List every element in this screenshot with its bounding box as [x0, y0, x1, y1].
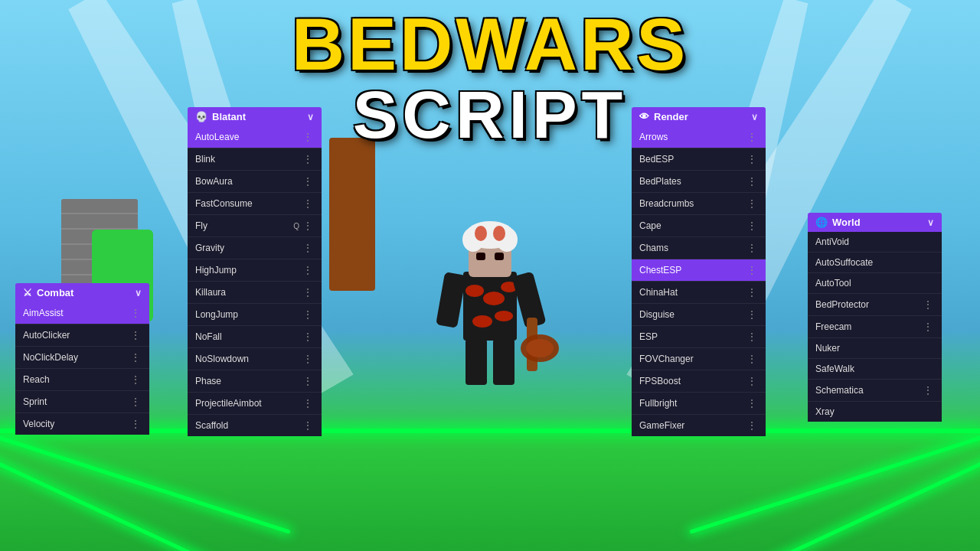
item-dots-icon[interactable]: ⋮: [746, 197, 758, 210]
menu-item[interactable]: FastConsume⋮: [188, 193, 322, 215]
item-dots-icon[interactable]: ⋮: [746, 331, 758, 343]
menu-item[interactable]: ProjectileAimbot⋮: [188, 393, 322, 415]
menu-item[interactable]: FlyQ⋮: [188, 215, 322, 237]
menu-item[interactable]: BedESP⋮: [632, 148, 766, 171]
combat-header[interactable]: ⚔ Combat ∨: [15, 283, 149, 302]
menu-item[interactable]: Velocity⋮: [15, 413, 149, 435]
menu-item[interactable]: AutoLeave⋮: [188, 126, 322, 148]
menu-item[interactable]: Blink⋮: [188, 148, 322, 171]
item-dots-icon[interactable]: ⋮: [302, 375, 314, 387]
blatant-header[interactable]: 💀 Blatant ∨: [188, 107, 322, 126]
item-dots-icon[interactable]: ⋮: [130, 329, 142, 341]
menu-item[interactable]: AutoSuffocate: [808, 253, 942, 273]
item-dots-icon[interactable]: ⋮: [746, 375, 758, 387]
world-header[interactable]: 🌐 World ∨: [808, 213, 942, 232]
item-dots-icon[interactable]: ⋮: [130, 418, 142, 430]
item-dots-icon[interactable]: ⋮: [923, 298, 934, 311]
menu-item[interactable]: Chams⋮: [632, 237, 766, 259]
menu-item[interactable]: NoFall⋮: [188, 326, 322, 348]
menu-item-label: Schematica: [815, 385, 923, 396]
item-dots-icon[interactable]: ⋮: [746, 131, 758, 143]
render-header[interactable]: 👁 Render ∨: [632, 107, 766, 126]
blatant-items-list: AutoLeave⋮Blink⋮BowAura⋮FastConsume⋮FlyQ…: [188, 126, 322, 436]
item-dots-icon[interactable]: ⋮: [302, 131, 314, 143]
menu-item[interactable]: ESP⋮: [632, 326, 766, 348]
item-dots-icon[interactable]: ⋮: [302, 308, 314, 321]
menu-item[interactable]: HighJump⋮: [188, 259, 322, 282]
menu-item-label: BedESP: [639, 154, 746, 165]
menu-item[interactable]: BedPlates⋮: [632, 171, 766, 193]
item-dots-icon[interactable]: ⋮: [302, 197, 314, 210]
menu-item-label: Fly: [195, 220, 293, 231]
item-dots-icon[interactable]: ⋮: [746, 220, 758, 232]
menu-item[interactable]: Phase⋮: [188, 370, 322, 393]
menu-item-label: Fullbright: [639, 398, 746, 409]
item-dots-icon[interactable]: ⋮: [302, 175, 314, 187]
menu-item[interactable]: FOVChanger⋮: [632, 348, 766, 370]
menu-item[interactable]: BedProtector⋮: [808, 294, 942, 316]
menu-item[interactable]: AutoClicker⋮: [15, 324, 149, 347]
item-dots-icon[interactable]: ⋮: [746, 308, 758, 321]
item-dots-icon[interactable]: ⋮: [746, 353, 758, 365]
title-area: BEDWARS SCRIPT: [0, 8, 980, 148]
item-dots-icon[interactable]: ⋮: [130, 307, 142, 319]
menu-item[interactable]: Scaffold⋮: [188, 415, 322, 436]
menu-item[interactable]: Arrows⋮: [632, 126, 766, 148]
menu-item-label: FPSBoost: [639, 376, 746, 386]
menu-item[interactable]: BowAura⋮: [188, 171, 322, 193]
item-dots-icon[interactable]: ⋮: [746, 153, 758, 165]
menu-item-label: Disguise: [639, 309, 746, 320]
menu-item[interactable]: Sprint⋮: [15, 391, 149, 413]
menu-item[interactable]: ChinaHat⋮: [632, 282, 766, 304]
item-dots-icon[interactable]: ⋮: [746, 264, 758, 276]
menu-item[interactable]: Gravity⋮: [188, 237, 322, 259]
menu-item[interactable]: AutoTool: [808, 273, 942, 294]
menu-item[interactable]: Breadcrumbs⋮: [632, 193, 766, 215]
item-dots-icon[interactable]: ⋮: [923, 384, 934, 396]
menu-item[interactable]: Freecam⋮: [808, 316, 942, 338]
menu-item[interactable]: SafeWalk: [808, 359, 942, 380]
item-dots-icon[interactable]: ⋮: [302, 331, 314, 343]
item-dots-icon[interactable]: ⋮: [923, 321, 934, 333]
item-dots-icon[interactable]: ⋮: [746, 175, 758, 187]
menu-item[interactable]: NoSlowdown⋮: [188, 348, 322, 370]
menu-item[interactable]: FPSBoost⋮: [632, 370, 766, 393]
item-dots-icon[interactable]: ⋮: [302, 220, 314, 232]
menu-item-label: SafeWalk: [815, 364, 934, 374]
menu-item[interactable]: Schematica⋮: [808, 380, 942, 402]
item-dots-icon[interactable]: ⋮: [746, 397, 758, 409]
panel-render: 👁 Render ∨ Arrows⋮BedESP⋮BedPlates⋮Bread…: [632, 107, 766, 436]
item-dots-icon[interactable]: ⋮: [302, 286, 314, 298]
menu-item[interactable]: Fullbright⋮: [632, 393, 766, 415]
menu-item[interactable]: Killaura⋮: [188, 282, 322, 304]
item-dots-icon[interactable]: ⋮: [130, 351, 142, 364]
menu-item[interactable]: Cape⋮: [632, 215, 766, 237]
menu-item-label: Sprint: [23, 396, 130, 407]
item-dots-icon[interactable]: ⋮: [130, 396, 142, 408]
menu-item[interactable]: Xray: [808, 402, 942, 422]
panel-blatant: 💀 Blatant ∨ AutoLeave⋮Blink⋮BowAura⋮Fast…: [188, 107, 322, 436]
menu-item-label: Nuker: [815, 343, 934, 354]
menu-item[interactable]: Nuker: [808, 338, 942, 359]
item-dots-icon[interactable]: ⋮: [746, 419, 758, 432]
item-dots-icon[interactable]: ⋮: [746, 242, 758, 254]
menu-item[interactable]: GameFixer⋮: [632, 415, 766, 436]
combat-items-list: AimAssist⋮AutoClicker⋮NoClickDelay⋮Reach…: [15, 302, 149, 435]
item-dots-icon[interactable]: ⋮: [302, 242, 314, 254]
item-dots-icon[interactable]: ⋮: [302, 264, 314, 276]
item-dots-icon[interactable]: ⋮: [302, 397, 314, 409]
item-dots-icon[interactable]: ⋮: [130, 373, 142, 386]
item-dots-icon[interactable]: ⋮: [302, 153, 314, 165]
blatant-icon: 💀: [195, 111, 207, 122]
menu-item[interactable]: AntiVoid: [808, 232, 942, 253]
menu-item[interactable]: NoClickDelay⋮: [15, 347, 149, 369]
menu-item[interactable]: Reach⋮: [15, 369, 149, 391]
menu-item-label: GameFixer: [639, 420, 746, 431]
menu-item[interactable]: Disguise⋮: [632, 304, 766, 326]
menu-item[interactable]: LongJump⋮: [188, 304, 322, 326]
item-dots-icon[interactable]: ⋮: [302, 353, 314, 365]
menu-item[interactable]: AimAssist⋮: [15, 302, 149, 324]
item-dots-icon[interactable]: ⋮: [746, 286, 758, 298]
menu-item[interactable]: ChestESP⋮: [632, 259, 766, 282]
item-dots-icon[interactable]: ⋮: [302, 419, 314, 432]
